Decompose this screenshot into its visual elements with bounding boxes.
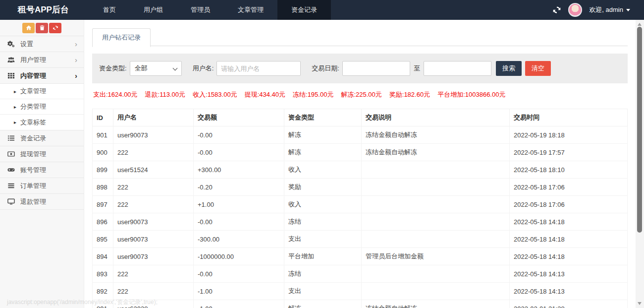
cell-time: 2022-02-01 21:38 [510,300,628,308]
chevron-down-icon [172,66,177,71]
cell-time: 2022-05-18 17:06 [510,179,628,196]
summary-expense: 支出:1624.00元 [93,90,138,99]
navbar-right: 欢迎, admin [552,0,644,20]
nav-item-user-groups[interactable]: 用户组 [130,0,177,20]
sidebar-item-fund-records[interactable]: 资金记录 [0,130,84,146]
nav-item-admins[interactable]: 管理员 [177,0,224,20]
cell-time: 2022-05-18 14:13 [510,265,628,283]
clear-button[interactable]: 清空 [525,61,551,76]
sidebar-item-settings[interactable]: 设置 › [0,36,84,52]
cell-amount: -1000000.00 [194,248,284,265]
chevron-right-icon: › [75,40,77,48]
sidebar-item-order-management[interactable]: 订单管理 [0,178,84,194]
sidebar-menu: 设置 › 用户管理 › 内容管理 › ▸文章管理 ▸分类管理 ▸文章标签 [0,36,84,210]
refresh-icon[interactable] [552,5,561,14]
money-icon [7,150,15,158]
sidebar-item-user-management[interactable]: 用户管理 › [0,52,84,68]
sidebar-subitem-label: 文章标签 [20,118,46,127]
cell-fund-type: 冻结 [284,213,362,231]
cell-amount: -0.00 [194,144,284,161]
cell-amount: -0.00 [194,126,284,144]
refresh-icon [53,25,58,31]
col-header-time: 交易时间 [510,109,628,126]
sidebar-item-withdrawal-management[interactable]: 提现管理 [0,146,84,162]
home-button[interactable] [22,23,35,33]
nav-item-home[interactable]: 首页 [89,0,130,20]
reload-button[interactable] [49,23,61,33]
cell-id: 900 [93,144,113,161]
trade-date-label: 交易日期: [312,64,339,73]
cell-fund-type: 解冻 [284,144,362,161]
clear-cache-button[interactable] [36,23,48,33]
cell-username: 222 [113,265,194,283]
col-header-id: ID [93,109,113,126]
username-input[interactable] [216,61,301,76]
cell-amount: +1.00 [194,196,284,213]
cell-description: 冻结金额自动解冻 [362,144,510,161]
col-header-type: 资金类型 [284,109,362,126]
sidebar-item-account-management[interactable]: 账号管理 [0,162,84,178]
cell-username: 222 [113,179,194,196]
summary-unfrozen: 解冻:225.00元 [341,90,381,99]
fund-type-select[interactable]: 全部 [130,61,182,76]
cell-fund-type: 奖励 [284,179,362,196]
date-from-input[interactable] [342,61,410,76]
monitor-icon [7,198,15,205]
scrollbar-thumb[interactable] [637,27,642,233]
tab-user-diamond-records[interactable]: 用户钻石记录 [92,28,151,47]
sidebar-subitem-article-tags[interactable]: ▸文章标签 [0,115,84,130]
fund-summary: 支出:1624.00元 退款:113.00元 收入:1583.00元 提现:43… [93,90,627,99]
cell-amount: -300.00 [194,231,284,248]
table-row: 892 222 -1.00 支出 2022-05-18 14:13 [93,283,628,300]
cell-time: 2022-05-19 18:18 [510,126,628,144]
sidebar-item-label: 订单管理 [20,182,46,190]
chevron-right-icon: › [75,72,77,79]
app-brand: 租号APP后台 [0,0,84,20]
cell-id: 895 [93,231,113,248]
cell-username: user90073 [113,231,194,248]
summary-reward: 奖励:182.60元 [389,90,430,99]
fund-type-selected-value: 全部 [135,64,148,72]
sidebar-subitem-articles[interactable]: ▸文章管理 [0,84,84,99]
sidebar-subitem-categories[interactable]: ▸分类管理 [0,99,84,115]
scroll-down-arrow-icon[interactable] [638,302,642,305]
cell-username: 222 [113,196,194,213]
nav-item-funds[interactable]: 资金记录 [277,0,331,20]
sidebar-item-label: 资金记录 [20,134,46,143]
avatar[interactable] [568,3,582,17]
scroll-up-arrow-icon[interactable] [638,23,642,26]
cell-description: 管理员后台增加金额 [362,248,510,265]
cell-fund-type: 收入 [284,196,362,213]
main-nav: 首页 用户组 管理员 文章管理 资金记录 [89,0,331,20]
cell-time: 2022-05-18 14:13 [510,283,628,300]
vertical-scrollbar[interactable] [636,20,644,308]
trash-icon [39,25,45,31]
cell-description [362,265,510,283]
cell-time: 2022-05-18 14:18 [510,248,628,265]
sidebar-item-label: 退款管理 [20,197,46,206]
summary-refund: 退款:113.00元 [145,90,185,99]
search-button[interactable]: 搜索 [496,61,522,76]
cell-description [362,213,510,231]
cell-amount: -0.00 [194,213,284,231]
cell-id: 893 [93,265,113,283]
summary-income: 收入:1583.00元 [193,90,237,99]
sidebar-subitem-label: 分类管理 [20,102,46,111]
sidebar-item-label: 账号管理 [20,166,46,175]
welcome-menu[interactable]: 欢迎, admin [589,5,630,14]
cell-fund-type: 支出 [284,231,362,248]
sidebar-item-content-management[interactable]: 内容管理 › [0,68,84,84]
date-separator: 至 [414,64,420,73]
cell-description [362,231,510,248]
date-to-input[interactable] [424,61,491,76]
cell-description [362,196,510,213]
triangle-right-icon: ▸ [14,104,16,110]
nav-item-articles[interactable]: 文章管理 [224,0,277,20]
cell-username: 222 [113,283,194,300]
bars-icon [7,182,15,189]
cell-username: user90073 [113,213,194,231]
sidebar-item-refund-management[interactable]: 退款管理 [0,194,84,210]
cell-fund-type: 平台增加 [284,248,362,265]
cell-amount: -1.00 [194,283,284,300]
col-header-desc: 交易说明 [362,109,510,126]
